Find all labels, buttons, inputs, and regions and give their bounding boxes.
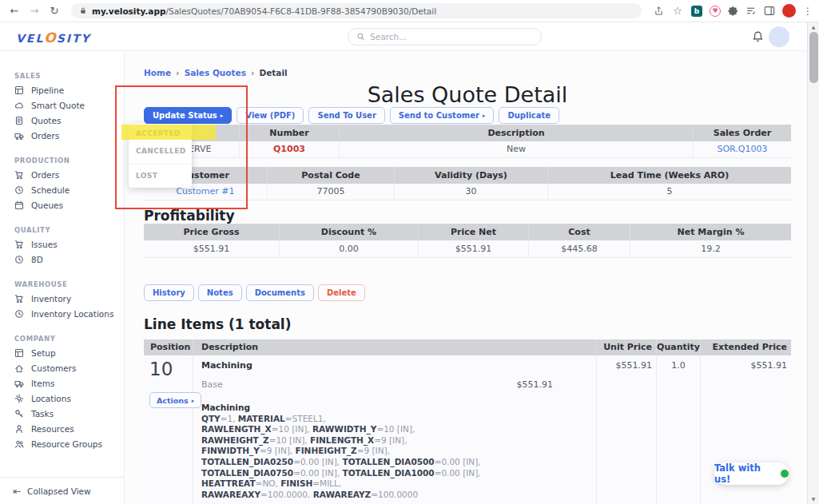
documents-button[interactable]: Documents [246,284,314,301]
net-margin-header: Net Margin % [630,224,791,240]
list-icon[interactable] [745,6,757,16]
inventory-icon [14,294,24,304]
scrollbar-thumb[interactable] [809,32,818,83]
line-item-name: Machining [201,360,588,371]
sidebar-item-locations[interactable]: Locations [0,391,124,406]
app-header: VELOSITY [0,22,807,51]
red-annotation-rectangle [115,85,248,209]
sidebar-panel-icon[interactable] [764,6,775,16]
notifications-bell-icon[interactable] [752,30,764,46]
page-scrollbar[interactable]: ▲ ▼ [807,22,819,504]
bookmark-star-icon[interactable]: ☆ [671,5,684,17]
extensions-puzzle-icon[interactable] [728,6,738,16]
secondary-toolbar: History Notes Documents Delete [144,284,791,302]
price-net-value: $551.91 [419,240,529,257]
sidebar-item-production-orders[interactable]: Orders [0,167,124,182]
collapse-sidebar-button[interactable]: ⇤ Collapsed View [0,477,124,504]
inventory-locations-icon [14,309,24,319]
eight-d-icon [14,255,24,264]
sidebar-item-pipeline[interactable]: Pipeline [0,82,124,97]
issues-icon [14,240,24,249]
scroll-down-arrow[interactable]: ▼ [808,494,819,504]
lock-icon [79,6,87,15]
sidebar-item-resources[interactable]: Resources [0,421,124,436]
browser-forward-button[interactable]: → [28,5,41,17]
line-item-row: 10 Actions▸ Machining Base $551.91 Machi… [144,355,791,504]
send-to-user-button[interactable]: Send To User [308,107,384,124]
sales-orders-icon [14,131,24,141]
search-icon [356,32,365,42]
profitability-title: Profitability [144,208,791,224]
queues-icon [14,200,24,210]
url-text: my.velosity.app/SalesQuotes/70AB9054-F6C… [92,6,436,16]
price-gross-value: $551.91 [144,240,280,257]
line-items-table: Position Description Unit Price Net Quan… [144,339,791,504]
delete-button[interactable]: Delete [318,284,365,301]
net-margin-value: 19.2 [630,240,791,257]
discount-value: 0.00 [280,240,419,257]
breadcrumb-separator-icon: › [176,68,180,78]
locations-icon [14,394,24,403]
sidebar-item-customers[interactable]: Customers [0,360,124,375]
history-button[interactable]: History [144,284,194,301]
share-icon[interactable] [654,6,664,17]
sidebar-item-quotes[interactable]: Quotes [0,113,124,128]
base-price: $551.91 [517,379,554,390]
position-value: 10 [149,359,193,379]
sidebar-item-resource-groups[interactable]: Resource Groups [0,436,124,451]
lead-time-value: 5 [548,184,791,200]
sidebar-item-tasks[interactable]: Tasks [0,406,124,421]
extension-heart-icon[interactable]: ♥ [710,6,721,17]
description-header: Description [193,339,597,355]
sidebar-section-quality: QUALITY [0,226,124,236]
sidebar-item-items[interactable]: Items [0,375,124,391]
sidebar-item-8d[interactable]: 8D [0,252,124,267]
sidebar-item-queues[interactable]: Queues [0,197,124,212]
unit-price-value: $551.91 [597,355,657,504]
sidebar-item-inventory-locations[interactable]: Inventory Locations [0,306,124,321]
breadcrumb: Home › Sales Quotes › Detail [144,67,791,78]
duplicate-button[interactable]: Duplicate [499,107,559,124]
spec-lines: QTY=1, MATERIAL=STEEL1,RAWLENGTH_X=10 [I… [201,414,588,501]
sales-order-link[interactable]: SOR.Q1003 [694,141,791,157]
validity-value: 30 [395,184,548,200]
extension-b-icon[interactable]: b [691,6,702,17]
breadcrumb-home[interactable]: Home [144,68,171,77]
chat-widget-button[interactable]: Talk with us! [714,462,789,485]
lead-time-header: Lead Time (Weeks ARO) [548,167,791,184]
customers-icon [14,363,24,373]
sidebar-section-company: COMPANY [0,335,124,345]
scroll-up-arrow[interactable]: ▲ [808,22,819,32]
sidebar-item-smart-quote[interactable]: Smart Quote [0,97,124,113]
sidebar-item-sales-orders[interactable]: Orders [0,128,124,143]
quote-header-number: Number [240,125,340,141]
browser-reload-button[interactable]: ↻ [48,5,61,17]
global-search[interactable] [348,28,542,46]
browser-back-button[interactable]: ← [8,5,21,17]
sidebar-item-issues[interactable]: Issues [0,236,124,252]
quote-header-sales-order: Sales Order [694,125,791,141]
velosity-logo[interactable]: VELOSITY [16,30,91,46]
notes-button[interactable]: Notes [198,284,242,301]
browser-profile-avatar[interactable] [782,4,796,18]
breadcrumb-current: Detail [259,68,287,77]
user-avatar[interactable] [769,26,789,47]
quotes-icon [14,116,24,125]
caret-icon: ▸ [192,398,195,404]
sidebar-item-schedule[interactable]: Schedule [0,182,124,197]
search-input[interactable] [370,32,533,42]
sidebar-item-inventory[interactable]: Inventory [0,291,124,306]
browser-menu-icon[interactable]: ⋮ [803,6,813,17]
quote-description-value: New [340,141,694,157]
send-to-customer-button[interactable]: Send to Customer▸ [390,107,495,124]
breadcrumb-sales-quotes[interactable]: Sales Quotes [185,68,246,77]
address-bar[interactable]: my.velosity.app/SalesQuotes/70AB9054-F6C… [71,3,642,18]
sidebar-nav: SALES Pipeline Smart Quote Quotes Orders… [0,51,125,504]
quantity-header: Quantity [657,339,701,355]
extended-price-header: Extended Price Net [701,339,791,355]
sidebar-item-setup[interactable]: Setup [0,345,124,360]
line-item-spec: Machining QTY=1, MATERIAL=STEEL1,RAWLENG… [201,403,588,500]
browser-toolbar: ← → ↻ my.velosity.app/SalesQuotes/70AB90… [0,0,819,22]
schedule-icon [14,185,24,195]
line-items-title: Line Items (1 total) [144,317,791,332]
